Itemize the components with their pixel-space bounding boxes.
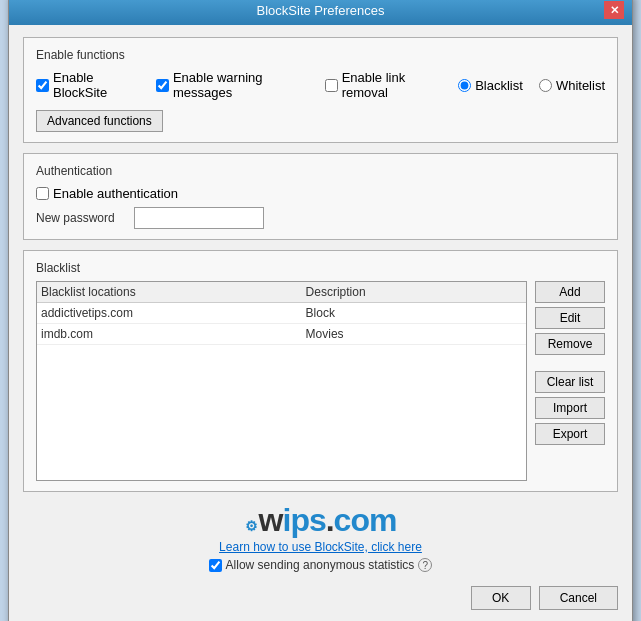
wips-logo: ⚙wips.com [23, 502, 618, 539]
enable-warning-item: Enable warning messages [156, 70, 309, 100]
whitelist-radio-item: Whitelist [539, 78, 605, 93]
close-button[interactable]: ✕ [604, 1, 624, 19]
learn-link[interactable]: Learn how to use BlockSite, click here [23, 539, 618, 554]
password-row: New password [36, 207, 605, 229]
enable-functions-row: Enable BlockSite Enable warning messages… [36, 70, 605, 100]
anon-row: Allow sending anonymous statistics ? [23, 558, 618, 572]
col-description-header: Description [306, 285, 522, 299]
blacklist-radio-item: Blacklist [458, 78, 523, 93]
row-description: Movies [306, 327, 522, 341]
window-body: Enable functions Enable BlockSite Enable… [9, 25, 632, 621]
authentication-label: Authentication [36, 164, 605, 178]
anon-label: Allow sending anonymous statistics [226, 558, 415, 572]
enable-warning-checkbox[interactable] [156, 79, 169, 92]
blacklist-section: Blacklist Blacklist locations Descriptio… [23, 250, 618, 492]
gear-icon: ⚙ [245, 518, 257, 534]
enable-blocksite-label: Enable BlockSite [53, 70, 140, 100]
advanced-functions-button[interactable]: Advanced functions [36, 110, 163, 132]
clear-list-button[interactable]: Clear list [535, 371, 605, 393]
enable-link-removal-item: Enable link removal [325, 70, 443, 100]
preferences-window: BlockSite Preferences ✕ Enable functions… [8, 0, 633, 621]
blacklist-table: Blacklist locations Description addictiv… [36, 281, 527, 481]
remove-button[interactable]: Remove [535, 333, 605, 355]
blacklist-buttons: Add Edit Remove Clear list Import Export [535, 281, 605, 481]
learn-link-anchor[interactable]: Learn how to use BlockSite, click here [219, 540, 422, 554]
window-title: BlockSite Preferences [37, 3, 604, 18]
row-location: addictivetips.com [41, 306, 306, 320]
enable-auth-item: Enable authentication [36, 186, 605, 201]
enable-auth-checkbox[interactable] [36, 187, 49, 200]
enable-blocksite-item: Enable BlockSite [36, 70, 140, 100]
blacklist-radio-label: Blacklist [475, 78, 523, 93]
anon-checkbox[interactable] [209, 559, 222, 572]
cancel-button[interactable]: Cancel [539, 586, 618, 610]
whitelist-radio[interactable] [539, 79, 552, 92]
password-input[interactable] [134, 207, 264, 229]
help-icon[interactable]: ? [418, 558, 432, 572]
blacklist-section-label: Blacklist [36, 261, 605, 275]
export-button[interactable]: Export [535, 423, 605, 445]
bottom-buttons: OK Cancel [23, 580, 618, 614]
blacklist-header: Blacklist locations Description [37, 282, 526, 303]
table-row[interactable]: addictivetips.com Block [37, 303, 526, 324]
blacklist-content: Blacklist locations Description addictiv… [36, 281, 605, 481]
title-bar: BlockSite Preferences ✕ [9, 0, 632, 25]
import-button[interactable]: Import [535, 397, 605, 419]
blacklist-radio[interactable] [458, 79, 471, 92]
add-button[interactable]: Add [535, 281, 605, 303]
enable-functions-section: Enable functions Enable BlockSite Enable… [23, 37, 618, 143]
enable-link-removal-label: Enable link removal [342, 70, 443, 100]
ok-button[interactable]: OK [471, 586, 531, 610]
enable-blocksite-checkbox[interactable] [36, 79, 49, 92]
row-description: Block [306, 306, 522, 320]
row-location: imdb.com [41, 327, 306, 341]
col-location-header: Blacklist locations [41, 285, 306, 299]
enable-functions-label: Enable functions [36, 48, 605, 62]
enable-warning-label: Enable warning messages [173, 70, 309, 100]
new-password-label: New password [36, 211, 126, 225]
whitelist-radio-label: Whitelist [556, 78, 605, 93]
enable-auth-label: Enable authentication [53, 186, 178, 201]
enable-link-removal-checkbox[interactable] [325, 79, 338, 92]
authentication-section: Authentication Enable authentication New… [23, 153, 618, 240]
table-row[interactable]: imdb.com Movies [37, 324, 526, 345]
edit-button[interactable]: Edit [535, 307, 605, 329]
wips-area: ⚙wips.com Learn how to use BlockSite, cl… [23, 502, 618, 572]
